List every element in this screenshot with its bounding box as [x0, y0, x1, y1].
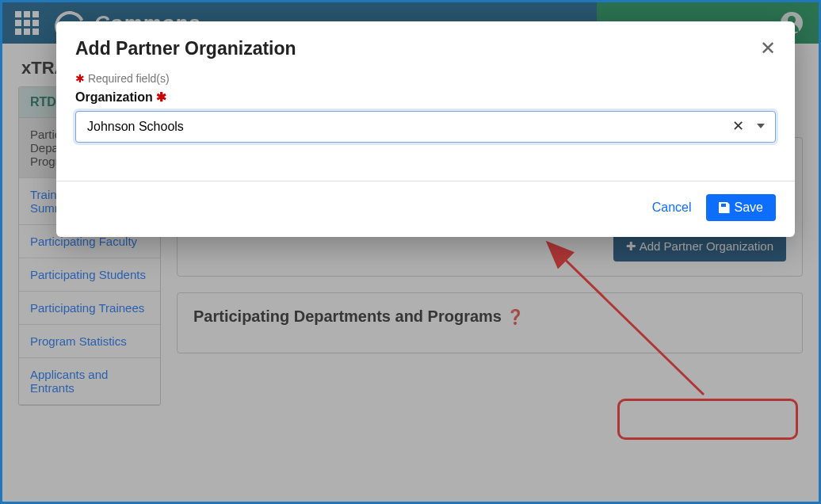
modal-title: Add Partner Organization	[75, 38, 296, 59]
save-button-label: Save	[735, 200, 763, 215]
close-icon[interactable]: ✕	[760, 37, 776, 59]
save-icon	[719, 202, 730, 213]
add-partner-organization-modal: Add Partner Organization ✕ ✱ Required fi…	[56, 21, 795, 237]
organization-input[interactable]	[75, 111, 776, 143]
clear-input-icon[interactable]: ✕	[732, 117, 744, 135]
organization-label: Organization ✱	[75, 90, 776, 105]
required-note-text: Required field(s)	[88, 72, 170, 85]
required-note: ✱ Required field(s)	[75, 72, 776, 85]
organization-label-text: Organization	[75, 90, 153, 104]
save-button[interactable]: Save	[706, 194, 776, 221]
cancel-button[interactable]: Cancel	[652, 200, 692, 215]
chevron-down-icon[interactable]	[757, 124, 765, 128]
